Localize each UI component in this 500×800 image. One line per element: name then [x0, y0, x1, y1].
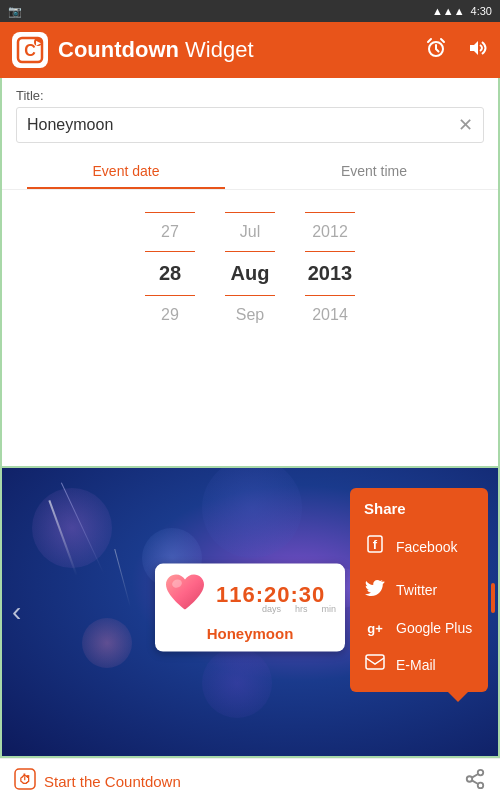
widget-event-name: Honeymoon	[207, 625, 294, 642]
main-content: Title: ✕ Event date Event time 27 28 29 …	[0, 78, 500, 468]
month-selected[interactable]: Aug	[231, 262, 270, 285]
year-next[interactable]: 2014	[312, 306, 348, 324]
tab-event-date[interactable]: Event date	[2, 153, 250, 189]
share-email-button[interactable]: E-Mail	[350, 645, 488, 684]
date-picker: 27 28 29 Jul Aug Sep 2012 2013 2014	[2, 190, 498, 334]
svg-point-14	[478, 783, 484, 789]
title-section: Title: ✕	[2, 78, 498, 149]
month-divider-mid	[225, 251, 275, 252]
label-min: min	[322, 603, 337, 613]
year-divider-top	[305, 212, 355, 213]
bottom-bar: ⏱ Start the Countdown	[0, 758, 500, 800]
preview-background: 116:20:30 days hrs min Honeymoon ‹ Share	[2, 468, 498, 756]
share-twitter-button[interactable]: Twitter	[350, 568, 488, 611]
facebook-label: Facebook	[396, 539, 457, 555]
svg-text:C: C	[24, 42, 36, 59]
month-picker[interactable]: Jul Aug Sep	[225, 210, 275, 324]
svg-rect-9	[366, 655, 384, 669]
facebook-icon: f	[364, 534, 386, 559]
year-selected[interactable]: 2013	[308, 262, 353, 285]
year-prev[interactable]: 2012	[312, 223, 348, 241]
svg-text:⏱: ⏱	[19, 773, 31, 787]
app-icon: C ▶	[12, 32, 48, 68]
preview-area: 116:20:30 days hrs min Honeymoon ‹ Share	[0, 468, 500, 758]
time-display: 4:30	[471, 5, 492, 17]
countdown-labels: days hrs min	[262, 603, 336, 613]
top-bar: C ▶ Countdown Widget	[0, 22, 500, 78]
month-divider-bot	[225, 295, 275, 296]
label-hrs: hrs	[295, 603, 308, 613]
start-countdown-button[interactable]: ⏱ Start the Countdown	[14, 768, 181, 795]
share-googleplus-button[interactable]: g+ Google Plus	[350, 611, 488, 645]
top-bar-actions	[424, 36, 488, 65]
nav-prev-button[interactable]: ‹	[12, 596, 21, 628]
status-bar-left: 📷	[8, 5, 22, 18]
title-input[interactable]	[27, 116, 458, 134]
svg-point-13	[467, 776, 473, 782]
month-divider-top	[225, 212, 275, 213]
label-days: days	[262, 603, 281, 613]
alarm-button[interactable]	[424, 36, 448, 65]
clear-icon[interactable]: ✕	[458, 114, 473, 136]
app-title: Countdown Widget	[58, 37, 254, 63]
top-bar-left: C ▶ Countdown Widget	[12, 32, 254, 68]
day-divider-mid	[145, 251, 195, 252]
sound-button[interactable]	[464, 36, 488, 65]
googleplus-label: Google Plus	[396, 620, 472, 636]
tab-event-time[interactable]: Event time	[250, 153, 498, 189]
start-icon: ⏱	[14, 768, 36, 795]
year-divider-bot	[305, 295, 355, 296]
wifi-icon: ▲▲▲	[432, 5, 465, 17]
email-label: E-Mail	[396, 657, 436, 673]
status-bar-right: ▲▲▲ 4:30	[432, 5, 492, 17]
svg-text:f: f	[373, 537, 378, 552]
share-button[interactable]	[464, 768, 486, 795]
year-picker[interactable]: 2012 2013 2014	[305, 210, 355, 324]
day-next[interactable]: 29	[161, 306, 179, 324]
status-bar: 📷 ▲▲▲ 4:30	[0, 0, 500, 22]
day-picker[interactable]: 27 28 29	[145, 210, 195, 324]
svg-marker-5	[470, 41, 478, 55]
share-panel: Share f Facebook Twitter	[350, 488, 488, 692]
month-prev[interactable]: Jul	[240, 223, 260, 241]
month-next[interactable]: Sep	[236, 306, 264, 324]
day-selected[interactable]: 28	[159, 262, 181, 285]
start-label: Start the Countdown	[44, 773, 181, 790]
googleplus-icon: g+	[364, 621, 386, 636]
year-divider-mid	[305, 251, 355, 252]
screenshot-icon: 📷	[8, 5, 22, 18]
email-icon	[364, 654, 386, 675]
title-input-wrap: ✕	[16, 107, 484, 143]
scroll-indicator	[491, 583, 495, 613]
day-divider-top	[145, 212, 195, 213]
widget-card: 116:20:30 days hrs min Honeymoon	[155, 564, 345, 652]
day-prev[interactable]: 27	[161, 223, 179, 241]
countdown-display: 116:20:30 days hrs min	[216, 581, 336, 613]
twitter-icon	[364, 577, 386, 602]
share-panel-title: Share	[350, 496, 488, 525]
widget-top: 116:20:30 days hrs min	[164, 574, 336, 621]
twitter-label: Twitter	[396, 582, 437, 598]
day-divider-bot	[145, 295, 195, 296]
share-facebook-button[interactable]: f Facebook	[350, 525, 488, 568]
title-label: Title:	[16, 88, 484, 103]
tabs: Event date Event time	[2, 153, 498, 190]
svg-point-12	[478, 770, 484, 776]
svg-text:▶: ▶	[36, 40, 41, 46]
heart-icon	[164, 574, 206, 621]
